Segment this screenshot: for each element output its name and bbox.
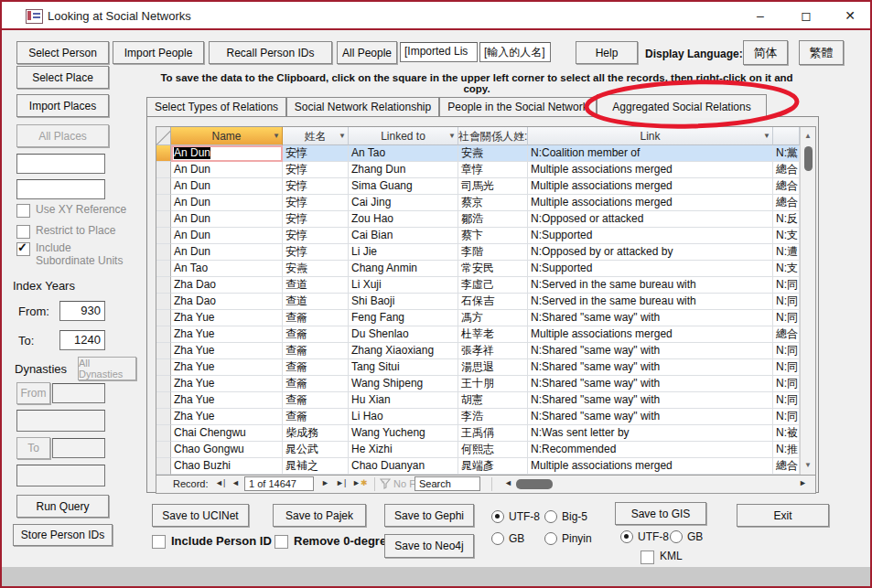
cell[interactable]: N:同 bbox=[773, 409, 800, 425]
cell[interactable]: Hu Xian bbox=[349, 392, 458, 409]
cell[interactable]: An Tao bbox=[171, 261, 283, 277]
import-places-button[interactable]: Import Places bbox=[16, 94, 109, 117]
search-input[interactable]: Search bbox=[414, 476, 480, 491]
row-selector[interactable] bbox=[156, 277, 171, 294]
cell[interactable]: Sima Guang bbox=[349, 178, 458, 195]
cell[interactable]: Chang Anmin bbox=[349, 261, 458, 277]
cell[interactable]: Multiple associations merged bbox=[528, 178, 773, 195]
cell[interactable]: Shi Baoji bbox=[349, 294, 458, 310]
cell[interactable]: N:Served in the same bureau with bbox=[528, 294, 773, 310]
row-selector[interactable] bbox=[156, 261, 171, 277]
cell[interactable]: 王十朋 bbox=[458, 376, 528, 392]
cell[interactable]: N:同 bbox=[773, 376, 800, 392]
cell[interactable]: Zha Yue bbox=[171, 409, 283, 425]
cell[interactable]: An Dun bbox=[171, 211, 283, 228]
cell[interactable]: Multiple associations merged bbox=[528, 162, 773, 178]
dynasty-from-name-input[interactable] bbox=[16, 410, 105, 432]
tab-aggregated-social-relations[interactable]: Aggregated Social Relations bbox=[597, 94, 767, 118]
cell[interactable]: 安惇 bbox=[283, 228, 349, 244]
cell[interactable]: Tang Situi bbox=[349, 359, 458, 376]
cell[interactable]: Li Jie bbox=[349, 244, 458, 261]
chevron-down-icon[interactable]: ▼ bbox=[273, 127, 280, 145]
use-xy-checkbox[interactable]: Use XY Reference bbox=[16, 203, 126, 218]
cell[interactable]: N:Recommended bbox=[528, 442, 773, 458]
cell[interactable]: He Xizhi bbox=[349, 442, 458, 458]
cell[interactable]: N:支 bbox=[773, 261, 800, 277]
column-header-link[interactable]: Link▼ bbox=[528, 127, 773, 145]
cell[interactable]: 晁補之 bbox=[283, 458, 349, 475]
cell[interactable]: Multiple associations merged bbox=[528, 195, 773, 211]
cell[interactable]: N:Was sent letter by bbox=[528, 425, 773, 442]
cell[interactable]: N:Shared "same way" with bbox=[528, 392, 773, 409]
cell[interactable]: 總合 bbox=[773, 458, 800, 475]
cell[interactable]: 總合 bbox=[773, 195, 800, 211]
help-button[interactable]: Help bbox=[576, 41, 638, 64]
restrict-place-checkbox[interactable]: Restrict to Place bbox=[16, 224, 115, 239]
radio-gis-gb[interactable]: GB bbox=[670, 530, 703, 543]
cell[interactable]: 總合 bbox=[773, 326, 800, 343]
cell[interactable]: N:同 bbox=[773, 359, 800, 376]
place-input-2[interactable] bbox=[16, 179, 105, 199]
cell[interactable]: N:Shared "same way" with bbox=[528, 409, 773, 425]
row-selector[interactable] bbox=[156, 409, 171, 425]
radio-utf8[interactable]: UTF-8 bbox=[491, 510, 540, 523]
record-position[interactable]: 1 of 14647 bbox=[244, 476, 314, 491]
cell[interactable]: N:Shared "same way" with bbox=[528, 310, 773, 326]
tab-people-in-social-network[interactable]: People in the Social Network bbox=[439, 97, 597, 116]
dynasty-from-button[interactable]: From bbox=[16, 382, 50, 404]
cell[interactable]: 安惇 bbox=[283, 211, 349, 228]
cell[interactable]: 查籥 bbox=[283, 310, 349, 326]
dynasty-to-name-input[interactable] bbox=[16, 465, 105, 486]
cell[interactable]: 柴成務 bbox=[283, 425, 349, 442]
minimize-icon[interactable]: – bbox=[745, 5, 776, 27]
hscroll-right-icon[interactable]: ► bbox=[799, 478, 807, 487]
cell[interactable]: An Dun bbox=[171, 162, 283, 178]
scroll-up-icon[interactable]: ▲ bbox=[801, 129, 815, 144]
cell[interactable]: Zhang Dun bbox=[349, 162, 458, 178]
select-all-corner[interactable] bbox=[156, 127, 171, 145]
radio-gis-utf8[interactable]: UTF-8 bbox=[620, 530, 669, 543]
cell[interactable]: 安惇 bbox=[283, 162, 349, 178]
row-selector[interactable] bbox=[156, 195, 171, 211]
cell[interactable]: 查籥 bbox=[283, 409, 349, 425]
import-people-button[interactable]: Import People bbox=[113, 41, 204, 64]
cell[interactable]: N:Shared "same way" with bbox=[528, 343, 773, 359]
cell[interactable]: N:同 bbox=[773, 392, 800, 409]
column-header-name[interactable]: Name▼ bbox=[171, 127, 283, 145]
cell[interactable]: 胡憲 bbox=[458, 392, 528, 409]
kml-checkbox[interactable]: KML bbox=[641, 550, 683, 564]
cell[interactable]: 總合 bbox=[773, 178, 800, 195]
cell[interactable]: An Dun bbox=[171, 178, 283, 195]
cell[interactable]: An Tao bbox=[349, 145, 458, 162]
to-year-input[interactable]: 1240 bbox=[59, 330, 105, 350]
imported-list-input[interactable]: [Imported Lis bbox=[400, 42, 478, 62]
cell[interactable]: Chao Duanyan bbox=[349, 458, 458, 475]
row-selector[interactable] bbox=[156, 145, 171, 162]
store-person-ids-button[interactable]: Store Person IDs bbox=[13, 524, 113, 546]
row-selector[interactable] bbox=[156, 211, 171, 228]
cell[interactable]: 石保吉 bbox=[458, 294, 528, 310]
cell[interactable]: 總合 bbox=[773, 162, 800, 178]
cell[interactable]: N:Coalition member of bbox=[528, 145, 773, 162]
chevron-down-icon[interactable]: ▼ bbox=[339, 127, 346, 145]
cell[interactable]: 何熙志 bbox=[458, 442, 528, 458]
cell[interactable]: 李階 bbox=[458, 244, 528, 261]
person-name-input[interactable]: [輸入的人名] bbox=[479, 42, 551, 62]
cell[interactable]: 李虛己 bbox=[458, 277, 528, 294]
row-selector[interactable] bbox=[156, 178, 171, 195]
save-to-gephi-button[interactable]: Save to Gephi bbox=[384, 504, 474, 527]
cell[interactable]: An Dun bbox=[171, 195, 283, 211]
cell[interactable]: N:反 bbox=[773, 211, 800, 228]
select-place-button[interactable]: Select Place bbox=[16, 66, 109, 89]
place-input-1[interactable] bbox=[16, 154, 105, 174]
cell[interactable]: Du Shenlao bbox=[349, 326, 458, 343]
include-person-id-checkbox[interactable]: Include Person ID bbox=[152, 534, 272, 549]
cell[interactable]: Li Xuji bbox=[349, 277, 458, 294]
row-selector[interactable] bbox=[156, 228, 171, 244]
scroll-down-icon[interactable]: ▼ bbox=[801, 458, 815, 473]
cell[interactable]: Zha Dao bbox=[171, 277, 283, 294]
cell[interactable]: An Dun bbox=[171, 145, 283, 162]
cell[interactable]: 晁公武 bbox=[283, 442, 349, 458]
row-selector[interactable] bbox=[156, 244, 171, 261]
cell[interactable]: 王禹偁 bbox=[458, 425, 528, 442]
